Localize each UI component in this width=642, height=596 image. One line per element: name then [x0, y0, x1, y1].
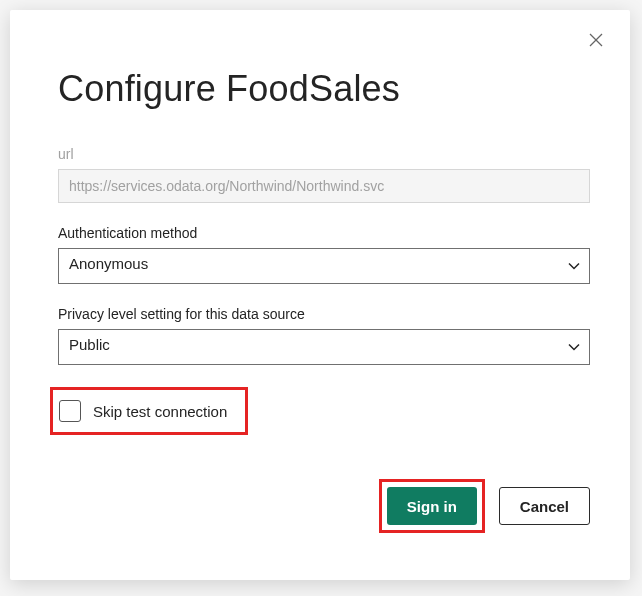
signin-button[interactable]: Sign in	[387, 487, 477, 525]
privacy-select[interactable]: Public	[58, 329, 590, 365]
url-label: url	[58, 146, 590, 162]
signin-highlight: Sign in	[379, 479, 485, 533]
dialog-title: Configure FoodSales	[58, 68, 590, 110]
skip-test-row: Skip test connection	[50, 387, 248, 435]
close-button[interactable]	[584, 28, 608, 52]
auth-field-group: Authentication method Anonymous	[58, 225, 590, 284]
privacy-field-group: Privacy level setting for this data sour…	[58, 306, 590, 365]
cancel-button[interactable]: Cancel	[499, 487, 590, 525]
auth-label: Authentication method	[58, 225, 590, 241]
privacy-select-wrap: Public	[58, 329, 590, 365]
close-icon	[589, 33, 603, 47]
skip-test-checkbox[interactable]	[59, 400, 81, 422]
url-field-group: url	[58, 146, 590, 203]
auth-select[interactable]: Anonymous	[58, 248, 590, 284]
button-row: Sign in Cancel	[58, 479, 590, 533]
configure-dialog: Configure FoodSales url Authentication m…	[10, 10, 630, 580]
privacy-label: Privacy level setting for this data sour…	[58, 306, 590, 322]
auth-select-wrap: Anonymous	[58, 248, 590, 284]
skip-test-label: Skip test connection	[93, 403, 227, 420]
url-input[interactable]	[58, 169, 590, 203]
